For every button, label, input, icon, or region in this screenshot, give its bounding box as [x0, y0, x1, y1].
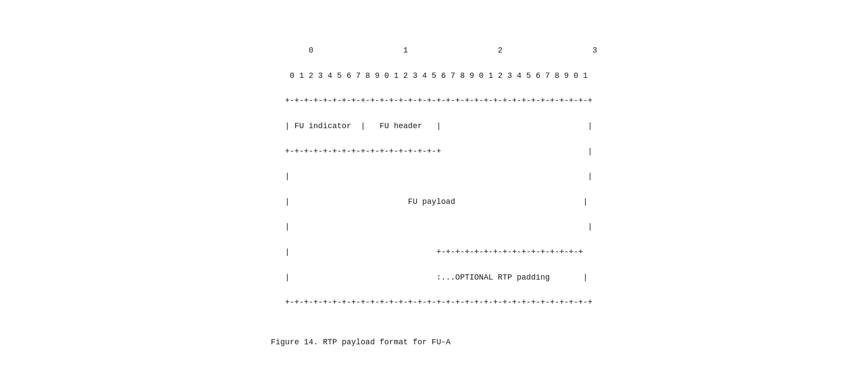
bit-ruler-ones: 0 1 2 3 4 5 6 7 8 9 0 1 2 3 4 5 6 7 8 9 … [271, 71, 588, 80]
diagram-container: 0 1 2 3 0 1 2 3 4 5 6 7 8 9 0 1 2 3 4 5 … [244, 14, 623, 364]
fu-indicator-header-row: | FU indicator | FU header | | [271, 122, 593, 130]
payload-row-1: | | [271, 172, 593, 181]
figure-caption: Figure 14. RTP payload format for FU-A [271, 338, 597, 346]
optional-padding-row: | :...OPTIONAL RTP padding | [271, 273, 588, 282]
optional-padding-border: | +-+-+-+-+-+-+-+-+-+-+-+-+-+-+-+ [271, 248, 583, 256]
payload-row-2: | | [271, 222, 593, 231]
fu-payload-row: | FU payload | [271, 197, 588, 206]
top-border: +-+-+-+-+-+-+-+-+-+-+-+-+-+-+-+-+-+-+-+-… [271, 96, 593, 105]
fu-indicator-bottom-border: +-+-+-+-+-+-+-+-+-+-+-+-+-+-+-+-+ | [271, 147, 593, 156]
diagram-ascii-art: 0 1 2 3 0 1 2 3 4 5 6 7 8 9 0 1 2 3 4 5 … [271, 32, 597, 334]
bottom-border: +-+-+-+-+-+-+-+-+-+-+-+-+-+-+-+-+-+-+-+-… [271, 298, 593, 307]
bit-ruler-tens: 0 1 2 3 [290, 46, 597, 55]
